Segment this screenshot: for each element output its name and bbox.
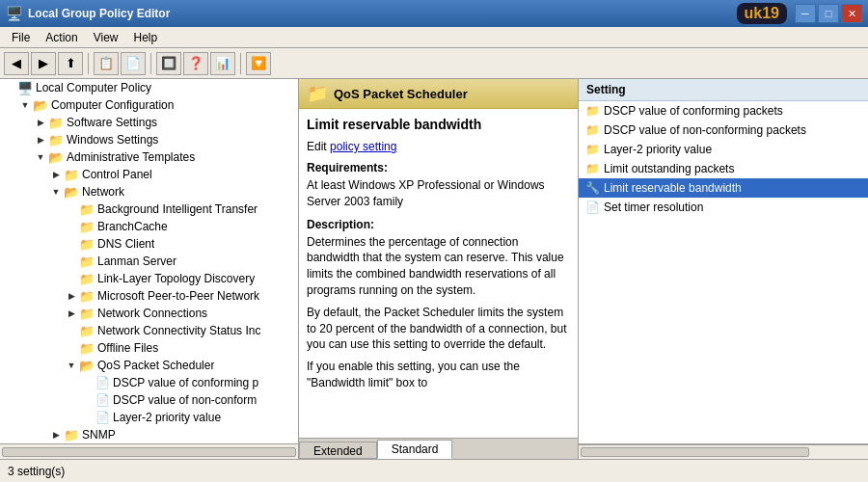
tree-item[interactable]: 📁DNS Client	[0, 235, 298, 253]
setting-item-label: Limit reservable bandwidth	[604, 181, 742, 195]
description-title: Description:	[307, 218, 570, 231]
tree-item-label: Control Panel	[82, 168, 152, 181]
tree-horizontal-scrollbar[interactable]	[0, 443, 298, 459]
tree-item[interactable]: ▼📂Administrative Templates	[0, 148, 298, 166]
setting-item[interactable]: 📁DSCP value of conforming packets	[579, 101, 868, 120]
middle-tabs: Extended Standard	[299, 438, 578, 459]
right-horizontal-scrollbar[interactable]	[579, 443, 868, 459]
toolbar-sep-2	[150, 53, 151, 74]
tree-item[interactable]: 📁Offline Files	[0, 339, 298, 357]
setting-item[interactable]: 📁Limit outstanding packets	[579, 159, 868, 178]
tree-item-label: Network Connectivity Status Inc	[97, 324, 260, 337]
tree-expander[interactable]: ▶	[33, 115, 48, 130]
back-button[interactable]: ◀	[4, 52, 29, 75]
tree-item-label: QoS Packet Scheduler	[97, 359, 214, 372]
middle-content: Limit reservable bandwidth Edit policy s…	[299, 109, 578, 438]
new-window-button[interactable]: 🔲	[156, 52, 181, 75]
tree-item[interactable]: 📁BranchCache	[0, 218, 298, 235]
right-content[interactable]: 📁DSCP value of conforming packets📁DSCP v…	[579, 101, 868, 443]
tree-item-icon: 📁	[48, 116, 64, 129]
tree-item[interactable]: ▶📁Control Panel	[0, 166, 298, 183]
setting-item-icon: 🔧	[584, 180, 600, 196]
help-button[interactable]: ❓	[183, 52, 208, 75]
tree-item[interactable]: 📁Network Connectivity Status Inc	[0, 322, 298, 339]
tab-extended[interactable]: Extended	[299, 442, 377, 459]
up-button[interactable]: ⬆	[58, 52, 83, 75]
tree-item[interactable]: ▼📂QoS Packet Scheduler	[0, 357, 298, 374]
menu-view[interactable]: View	[86, 29, 126, 46]
tree-item[interactable]: ▶📁Windows Settings	[0, 131, 298, 148]
tree-item-label: Background Intelligent Transfer	[97, 202, 258, 216]
setting-item[interactable]: 🔧Limit reservable bandwidth	[579, 178, 868, 198]
tree-item[interactable]: ▶📁Microsoft Peer-to-Peer Network	[0, 287, 298, 305]
title-bar: 🖥️ Local Group Policy Editor uk19 ─ □ ✕	[0, 0, 868, 27]
tree-item-icon: 📁	[79, 272, 95, 285]
tree-expander[interactable]: ▶	[33, 132, 48, 147]
menu-action[interactable]: Action	[38, 29, 85, 46]
setting-item-label: DSCP value of conforming packets	[604, 104, 783, 118]
tree-item[interactable]: 🖥️Local Computer Policy	[0, 79, 298, 96]
logo: uk19	[737, 3, 787, 24]
tree-item[interactable]: 📄DSCP value of non-conform	[0, 391, 298, 409]
requirements-text: At least Windows XP Professional or Wind…	[307, 177, 570, 210]
close-button[interactable]: ✕	[841, 4, 862, 23]
setting-item-icon: 📁	[584, 103, 600, 119]
middle-header-title: QoS Packet Scheduler	[334, 87, 468, 101]
tree-expander	[64, 271, 79, 286]
tree-item[interactable]: 📄DSCP value of conforming p	[0, 374, 298, 391]
menu-help[interactable]: Help	[126, 29, 166, 46]
tree-item[interactable]: 📄Layer-2 priority value	[0, 409, 298, 426]
tree-expander[interactable]: ▶	[64, 288, 79, 304]
tree-container[interactable]: 🖥️Local Computer Policy▼📂Computer Config…	[0, 79, 298, 443]
tree-item-label: Network	[82, 185, 124, 199]
forward-button[interactable]: ▶	[31, 52, 56, 75]
tree-item[interactable]: ▼📂Network	[0, 183, 298, 201]
tree-expander	[2, 80, 17, 95]
tree-item-label: Microsoft Peer-to-Peer Network	[97, 289, 259, 303]
filter-button[interactable]: 🔽	[246, 52, 271, 75]
tree-item-label: Computer Configuration	[51, 98, 174, 112]
policy-setting-link[interactable]: policy setting	[330, 140, 396, 153]
maximize-button[interactable]: □	[818, 4, 839, 23]
tree-item[interactable]: ▼📂Computer Configuration	[0, 96, 298, 114]
tree-item[interactable]: 📁Lanman Server	[0, 253, 298, 270]
tree-expander[interactable]: ▶	[48, 167, 64, 182]
show-hide-button[interactable]: 📋	[94, 52, 119, 75]
tree-item-icon: 📂	[48, 150, 64, 164]
enable-text: If you enable this setting, you can use …	[307, 359, 570, 391]
tree-item-label: Network Connections	[97, 307, 207, 320]
tree-item-icon: 📁	[64, 428, 79, 442]
tree-expander[interactable]: ▼	[48, 184, 64, 200]
properties-button[interactable]: 📄	[121, 52, 146, 75]
tree-item-label: Software Settings	[67, 116, 157, 129]
tree-expander	[64, 219, 79, 234]
requirements-title: Requirements:	[307, 161, 570, 174]
tree-item-icon: 📁	[79, 220, 95, 233]
tree-item-icon: 📁	[79, 324, 95, 337]
tree-expander[interactable]: ▶	[64, 306, 79, 321]
toolbar: ◀ ▶ ⬆ 📋 📄 🔲 ❓ 📊 🔽	[0, 48, 868, 79]
tree-item[interactable]: 📁Background Intelligent Transfer	[0, 201, 298, 218]
tab-standard[interactable]: Standard	[377, 440, 453, 459]
setting-item[interactable]: 📄Set timer resolution	[579, 198, 868, 217]
left-panel: 🖥️Local Computer Policy▼📂Computer Config…	[0, 79, 299, 459]
tree-expander[interactable]: ▶	[48, 427, 64, 442]
setting-item[interactable]: 📁DSCP value of non-conforming packets	[579, 120, 868, 140]
tree-item[interactable]: ▶📁Software Settings	[0, 114, 298, 131]
tree-expander[interactable]: ▼	[17, 97, 33, 113]
export-button[interactable]: 📊	[210, 52, 235, 75]
tree-item[interactable]: 📁Link-Layer Topology Discovery	[0, 270, 298, 287]
minimize-button[interactable]: ─	[795, 4, 816, 23]
tree-item-icon: 📂	[64, 185, 79, 199]
middle-panel: 📁 QoS Packet Scheduler Limit reservable …	[299, 79, 579, 459]
menu-file[interactable]: File	[4, 29, 38, 46]
tree-item-icon: 📂	[79, 359, 95, 372]
tree-expander[interactable]: ▼	[64, 358, 79, 373]
setting-item[interactable]: 📁Layer-2 priority value	[579, 140, 868, 159]
setting-item-icon: 📄	[584, 200, 600, 215]
tree-item[interactable]: ▶📁Network Connections	[0, 305, 298, 322]
tree-item-icon: 📁	[79, 307, 95, 320]
tree-expander[interactable]: ▼	[33, 149, 48, 165]
app-title: Local Group Policy Editor	[28, 7, 170, 20]
tree-item[interactable]: ▶📁SNMP	[0, 426, 298, 443]
